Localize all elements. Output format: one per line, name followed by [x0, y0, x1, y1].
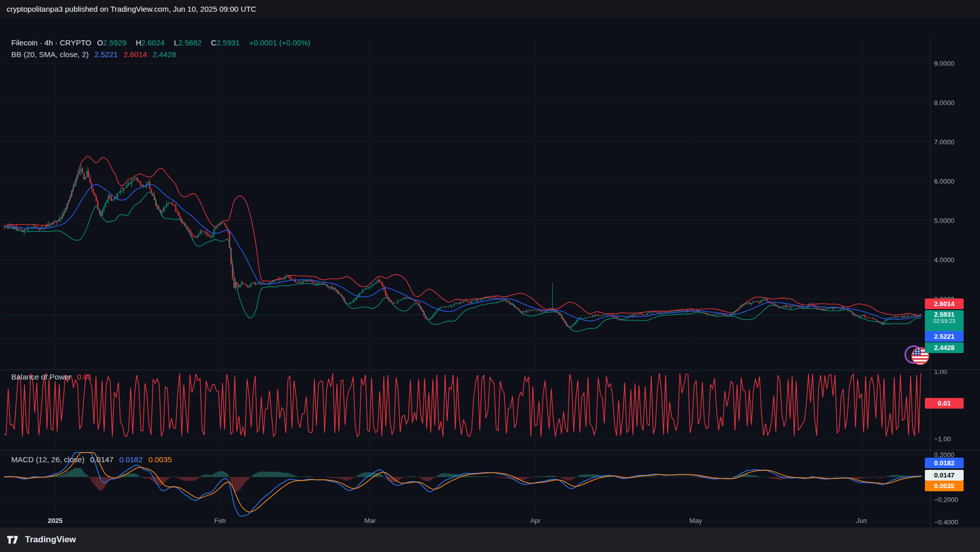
footer-bar: TradingView — [0, 528, 980, 552]
time-axis-label: 2025 — [48, 517, 63, 524]
time-axis-label: Jun — [856, 517, 867, 524]
symbol-legend[interactable]: Filecoin · 4h · CRYPTO O2.5929 H2.6024 L… — [11, 38, 314, 47]
price-badge-bb-upper: 2.6014 — [925, 298, 964, 309]
axis-tick-label: 8.0000 — [934, 99, 954, 107]
bop-pane[interactable] — [0, 370, 930, 450]
chart-area[interactable]: Filecoin · 4h · CRYPTO O2.5929 H2.6024 L… — [0, 18, 980, 528]
bop-title: Balance of Power — [11, 372, 71, 381]
time-axis-label: Mar — [364, 517, 376, 524]
symbol-title: Filecoin · 4h · CRYPTO — [11, 38, 91, 47]
macd-line-value: 0.0182 — [119, 455, 143, 464]
ohlc-high: H2.6024 — [136, 38, 168, 47]
tradingview-logo-icon[interactable] — [7, 535, 20, 544]
time-axis-label: Apr — [530, 517, 541, 524]
price-badge-bb-lower: 2.4428 — [925, 342, 964, 353]
bop-legend[interactable]: Balance of Power 0.01 — [11, 372, 95, 381]
ohlc-close: C2.5931 — [211, 38, 243, 47]
macd-badge-macd: 0.0182 — [925, 458, 964, 468]
axis-tick-label: −1.00 — [934, 435, 951, 443]
macd-badge-hist: 0.0147 — [925, 470, 964, 481]
price-badge-last-price: 2.593102:59:23 — [925, 310, 964, 332]
axis-tick-label: −0.2000 — [934, 496, 958, 504]
axis-tick-label: 9.0000 — [934, 60, 954, 67]
macd-badge-signal: 0.0035 — [925, 481, 964, 491]
pane-separator[interactable] — [0, 450, 980, 450]
time-axis-label: May — [690, 517, 702, 524]
bb-upper-value: 2.6014 — [124, 50, 147, 59]
macd-title: MACD (12, 26, close) — [11, 455, 84, 464]
publish-info-bar: cryptopolitanpa3 published on TradingVie… — [0, 0, 980, 18]
price-badge-bb-basis: 2.5221 — [925, 331, 964, 342]
axis-tick-label: 1.00 — [934, 368, 947, 375]
bop-value: 0.01 — [77, 372, 92, 381]
macd-legend[interactable]: MACD (12, 26, close) 0.0147 0.0182 0.003… — [11, 455, 176, 464]
pane-separator[interactable] — [0, 369, 980, 370]
macd-hist-value: 0.0147 — [90, 455, 114, 464]
bb-basis-value: 2.5221 — [94, 50, 118, 59]
bb-lower-value: 2.4428 — [153, 50, 176, 59]
axis-tick-label: −0.4000 — [934, 518, 958, 526]
price-change: +0.0001 (+0.00%) — [249, 38, 310, 47]
bb-title: BB (20, SMA, close, 2) — [11, 50, 89, 59]
tradingview-brand-link[interactable]: TradingView — [25, 535, 76, 545]
publish-info-text: cryptopolitanpa3 published on TradingVie… — [7, 5, 256, 13]
bop-badge-value: 0.01 — [925, 398, 964, 409]
axis-tick-label: 7.0000 — [934, 138, 954, 146]
ohlc-low: L2.5882 — [174, 38, 205, 47]
axis-tick-label: 4.0000 — [934, 256, 954, 264]
main-chart-pane[interactable] — [0, 37, 930, 369]
time-axis-label: Feb — [214, 517, 226, 524]
macd-signal-value: 0.0035 — [149, 455, 172, 464]
bb-legend[interactable]: BB (20, SMA, close, 2) 2.5221 2.6014 2.4… — [11, 50, 180, 59]
ohlc-open: O2.5929 — [97, 38, 130, 47]
axis-tick-label: 5.0000 — [934, 217, 954, 224]
axis-tick-label: 6.0000 — [934, 178, 954, 185]
